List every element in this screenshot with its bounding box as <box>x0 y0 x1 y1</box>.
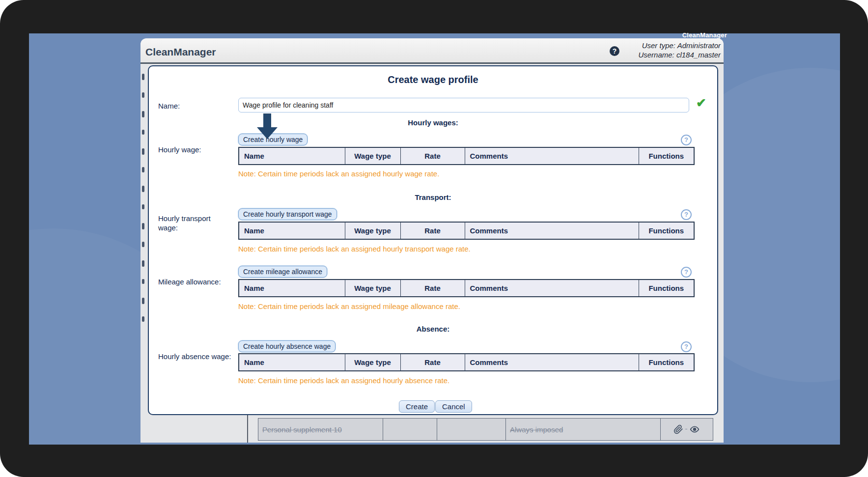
page-watermark-title: CleanManager <box>585 31 727 39</box>
hourly-wage-label: Hourly wage: <box>158 145 201 154</box>
hourly-transport-wage-label: Hourly transport wage: <box>158 214 223 232</box>
valid-check-icon: ✔ <box>696 96 706 110</box>
help-icon[interactable]: ? <box>681 341 692 352</box>
warning-note: Note: Certain time periods lack an assig… <box>238 302 460 310</box>
column-header: Functions <box>639 280 694 297</box>
column-header: Name <box>239 147 345 165</box>
section-heading-absence: Absence: <box>149 325 717 333</box>
help-icon[interactable]: ? <box>681 267 692 278</box>
username-text: Username: cl184_master <box>638 50 721 59</box>
section-heading-hourly-wages: Hourly wages: <box>149 118 717 127</box>
cancel-button[interactable]: Cancel <box>435 400 472 413</box>
app-title: CleanManager <box>145 46 216 58</box>
user-type-text: User type: Administrator <box>638 41 721 50</box>
column-header: Wage type <box>345 222 400 239</box>
help-icon[interactable]: ? <box>681 135 692 145</box>
section-heading-transport: Transport: <box>149 193 717 201</box>
warning-note: Note: Certain time periods lack an assig… <box>238 169 439 178</box>
tutorial-arrow-icon <box>263 113 271 127</box>
hourly-transport-wage-table: NameWage typeRateCommentsFunctions <box>238 222 695 240</box>
column-header: Rate <box>400 280 465 297</box>
create-wage-profile-dialog: Create wage profile Name: ✔ Hourly wages… <box>148 65 718 415</box>
name-input[interactable] <box>238 98 689 112</box>
column-header: Comments <box>465 147 639 165</box>
dialog-title: Create wage profile <box>149 74 717 85</box>
tutorial-arrow-icon <box>257 127 278 139</box>
create-hourly-absence-wage-button[interactable]: Create hourly absence wage <box>238 340 336 352</box>
column-header: Wage type <box>345 147 400 165</box>
column-header: Rate <box>400 354 465 371</box>
name-label: Name: <box>158 101 180 111</box>
column-header: Rate <box>400 147 465 165</box>
column-header: Comments <box>465 222 639 239</box>
hourly-absence-wage-label: Hourly absence wage: <box>158 352 231 361</box>
app-header-bar: CleanManager ? User type: Administrator … <box>140 38 724 64</box>
mileage-allowance-table: NameWage typeRateCommentsFunctions <box>238 279 695 297</box>
screenshot-stage: CleanManager CleanManager ? User type: A… <box>0 0 868 477</box>
column-header: Wage type <box>345 354 400 371</box>
column-header: Name <box>239 222 345 239</box>
create-hourly-transport-wage-button[interactable]: Create hourly transport wage <box>238 208 337 220</box>
column-header: Name <box>239 354 345 371</box>
hourly-absence-wage-table: NameWage typeRateCommentsFunctions <box>238 353 695 371</box>
column-header: Comments <box>465 354 639 371</box>
help-icon[interactable]: ? <box>681 209 692 220</box>
help-icon[interactable]: ? <box>610 46 619 56</box>
column-header: Name <box>239 280 345 297</box>
warning-note: Note: Certain time periods lack an assig… <box>238 376 449 385</box>
column-header: Functions <box>639 147 694 165</box>
create-mileage-allowance-button[interactable]: Create mileage allowance <box>238 266 327 278</box>
create-button[interactable]: Create <box>399 400 435 413</box>
mileage-allowance-label: Mileage allowance: <box>158 277 221 286</box>
warning-note: Note: Certain time periods lack an assig… <box>238 245 471 253</box>
column-header: Wage type <box>345 280 400 297</box>
column-header: Comments <box>465 280 639 297</box>
column-header: Functions <box>639 354 694 371</box>
column-header: Functions <box>639 222 694 239</box>
hourly-wage-table: NameWage typeRateCommentsFunctions <box>238 147 695 165</box>
user-info: User type: Administrator Username: cl184… <box>638 41 721 59</box>
column-header: Rate <box>400 222 465 239</box>
